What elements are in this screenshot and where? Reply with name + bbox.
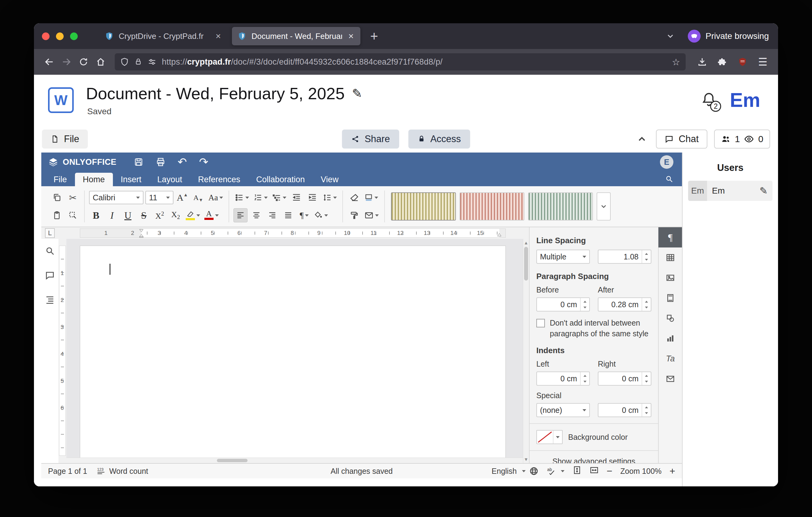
fit-page-button[interactable] xyxy=(573,466,582,477)
underline-button[interactable]: U xyxy=(121,208,135,222)
spinner-down-button[interactable] xyxy=(642,410,651,416)
tab-file[interactable]: File xyxy=(46,173,75,186)
background-color-picker[interactable] xyxy=(536,430,563,444)
access-button[interactable]: Access xyxy=(408,130,470,148)
align-left-button[interactable] xyxy=(233,208,248,222)
scroll-up-arrow[interactable]: ▲ xyxy=(523,240,529,245)
zoom-window-button[interactable] xyxy=(70,32,78,40)
fit-width-button[interactable] xyxy=(589,466,599,477)
menu-hamburger-icon[interactable]: ☰ xyxy=(754,53,771,71)
tab-layout[interactable]: Layout xyxy=(149,173,190,186)
minimize-window-button[interactable] xyxy=(56,32,64,40)
numbered-list-button[interactable] xyxy=(252,191,269,205)
vertical-scrollbar[interactable]: ▲ ▼ xyxy=(523,239,529,463)
font-size-select[interactable]: 11 xyxy=(145,191,173,204)
rename-pencil-icon[interactable]: ✎ xyxy=(352,86,362,101)
tab-collaboration[interactable]: Collaboration xyxy=(248,173,313,186)
notifications-bell-button[interactable]: 2 xyxy=(701,91,717,109)
strikeout-button[interactable]: S xyxy=(137,208,151,222)
save-icon[interactable] xyxy=(134,157,144,167)
no-interval-checkbox[interactable] xyxy=(536,319,545,327)
page-color-button[interactable] xyxy=(363,191,379,205)
user-list-item[interactable]: Em Em ✎ xyxy=(688,181,773,201)
cut-button[interactable]: ✂ xyxy=(66,191,80,205)
undo-icon[interactable]: ↶ xyxy=(178,157,187,167)
vertical-scrollbar-thumb[interactable] xyxy=(524,247,528,280)
spinner-down-button[interactable] xyxy=(581,379,589,385)
align-center-button[interactable] xyxy=(249,208,263,222)
search-icon[interactable] xyxy=(661,172,678,186)
horizontal-scrollbar-thumb[interactable] xyxy=(217,459,248,462)
horizontal-scrollbar[interactable] xyxy=(66,458,523,463)
special-select[interactable]: (none) xyxy=(536,403,590,417)
spinner-up-button[interactable] xyxy=(581,298,589,304)
style-gallery-expand-button[interactable] xyxy=(597,192,611,220)
spinner-down-button[interactable] xyxy=(642,304,651,311)
select-all-button[interactable] xyxy=(66,208,80,222)
chat-button[interactable]: Chat xyxy=(656,130,707,148)
extensions-puzzle-icon[interactable] xyxy=(714,53,731,71)
zoom-level[interactable]: Zoom 100% xyxy=(620,467,662,475)
align-right-button[interactable] xyxy=(265,208,279,222)
indent-marker[interactable] xyxy=(139,229,144,238)
justify-button[interactable] xyxy=(281,208,295,222)
navigation-headings-icon[interactable] xyxy=(45,295,55,306)
superscript-button[interactable]: X2 xyxy=(153,208,167,222)
spinner-up-button[interactable] xyxy=(581,372,589,379)
list-tabs-chevron-icon[interactable] xyxy=(661,31,680,41)
paragraph-settings-icon[interactable]: ¶ xyxy=(659,227,682,247)
paste-button[interactable] xyxy=(50,208,64,222)
mail-merge-settings-icon[interactable] xyxy=(659,369,682,389)
no-interval-label[interactable]: Don't add interval between paragraphs of… xyxy=(550,318,651,339)
new-tab-button[interactable]: + xyxy=(367,29,381,43)
right-indent-marker[interactable] xyxy=(497,233,501,237)
edit-name-pencil-icon[interactable]: ✎ xyxy=(759,185,767,197)
ublock-origin-icon[interactable] xyxy=(734,53,751,71)
word-count-button[interactable]: 123 Word count xyxy=(96,466,148,475)
text-art-settings-icon[interactable]: Ta xyxy=(659,349,682,369)
style-preview[interactable] xyxy=(391,192,456,220)
spinner-up-button[interactable] xyxy=(642,372,651,379)
document-page[interactable] xyxy=(80,246,506,463)
spacing-after-spinner[interactable]: 0.28 cm xyxy=(598,297,651,311)
table-settings-icon[interactable] xyxy=(659,247,682,268)
account-avatar[interactable]: Em xyxy=(730,89,760,111)
tab-cryptdrive[interactable]: CryptDrive - CryptPad.fr × xyxy=(99,27,228,45)
find-icon[interactable] xyxy=(45,246,55,257)
presence-button[interactable]: 1 0 xyxy=(714,130,770,148)
reload-button[interactable] xyxy=(75,53,92,71)
copy-button[interactable] xyxy=(50,191,64,205)
special-amount-spinner[interactable]: 0 cm xyxy=(598,403,651,417)
close-tab-icon[interactable]: × xyxy=(347,31,355,42)
chart-settings-icon[interactable] xyxy=(659,328,682,349)
font-color-button[interactable]: A xyxy=(203,208,220,222)
mail-merge-button[interactable] xyxy=(363,208,380,222)
copy-style-button[interactable] xyxy=(347,208,361,222)
print-icon[interactable] xyxy=(156,157,166,167)
page-count[interactable]: Page 1 of 1 xyxy=(48,467,87,475)
header-footer-settings-icon[interactable] xyxy=(659,288,682,308)
font-name-select[interactable]: Calibri xyxy=(89,191,144,204)
collapse-toolbar-chevron-icon[interactable] xyxy=(635,132,649,146)
subscript-button[interactable]: X2 xyxy=(169,208,183,222)
url-bar[interactable]: https://cryptpad.fr/doc/#/3/doc/edit/ff0… xyxy=(115,53,686,71)
line-spacing-button[interactable] xyxy=(321,191,338,205)
language-select[interactable]: English xyxy=(492,466,539,475)
tab-insert[interactable]: Insert xyxy=(113,173,150,186)
editor-user-badge[interactable]: E xyxy=(660,155,673,169)
paragraph-shading-button[interactable] xyxy=(313,208,329,222)
comments-icon[interactable] xyxy=(45,270,55,282)
decrease-font-button[interactable]: A▼ xyxy=(191,191,205,205)
spinner-down-button[interactable] xyxy=(642,257,651,263)
style-preview[interactable] xyxy=(460,192,524,220)
spinner-down-button[interactable] xyxy=(642,379,651,385)
close-window-button[interactable] xyxy=(42,32,50,40)
indent-right-spinner[interactable]: 0 cm xyxy=(598,372,651,386)
decrease-indent-button[interactable] xyxy=(289,191,303,205)
forward-button[interactable] xyxy=(58,53,75,71)
spinner-up-button[interactable] xyxy=(642,298,651,304)
spell-check-button[interactable]: ab xyxy=(546,466,564,475)
clear-style-button[interactable] xyxy=(347,191,361,205)
indent-left-spinner[interactable]: 0 cm xyxy=(536,372,590,386)
tracking-shield-icon[interactable] xyxy=(120,58,129,66)
